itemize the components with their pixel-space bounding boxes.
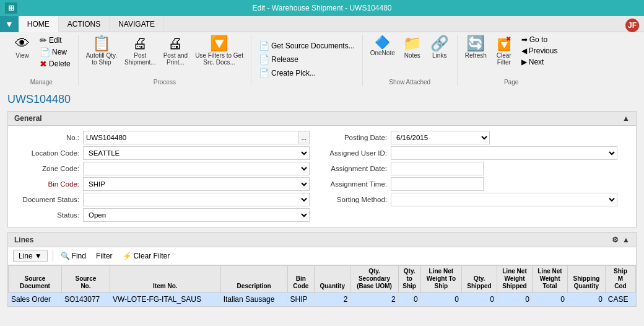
post-print-button[interactable]: 🖨 Post andPrint... [161, 35, 190, 67]
no-row: No.: ... [14, 131, 310, 144]
view-button[interactable]: 👁 View [10, 35, 35, 60]
tab-actions[interactable]: ACTIONS [59, 16, 110, 32]
goto-icon: ➡ [521, 35, 528, 44]
autofill-button[interactable]: 📋 Autofill Qty.to Ship [84, 35, 120, 67]
col-qty-shipped: Qty.Shipped [462, 266, 497, 293]
col-description: Description [220, 266, 287, 293]
general-collapse-icon[interactable]: ▲ [622, 114, 630, 123]
zone-code-row: Zone Code: [14, 162, 310, 175]
find-button[interactable]: 🔍 Find [58, 250, 89, 262]
post-shipment-button[interactable]: 🖨 PostShipment... [122, 35, 159, 67]
ribbon-group-sourcedocs: 📄 Get Source Documents... 📄 Release 📄 Cr… [251, 35, 363, 86]
autofill-icon: 📋 [92, 36, 111, 51]
status-select[interactable]: Open [83, 208, 310, 222]
ribbon-group-page: 🔄 Refresh 🔽✖ ClearFilter ➡ Go to ◀ [458, 35, 565, 86]
onenote-icon: 🔷 [375, 36, 390, 48]
app-logo: ⊞ [5, 2, 17, 14]
cell-qty-secondary: 2 [350, 293, 398, 306]
lines-settings-icon[interactable]: ⚙ [612, 236, 619, 244]
notes-icon: 📁 [403, 36, 422, 51]
ribbon-body: 👁 View ✏ Edit 📄 New ✖ Delete [0, 32, 644, 88]
goto-button[interactable]: ➡ Go to [519, 35, 560, 45]
bin-code-select[interactable]: SHIP [83, 177, 310, 191]
col-ship-m-cod: ShipMCod [605, 266, 635, 293]
general-left-col: No.: ... Location Code: SEATTLE [14, 131, 322, 222]
posting-date-select[interactable]: 6/16/2015 [391, 131, 490, 144]
showattached-label: Show Attached [389, 77, 430, 86]
previous-icon: ◀ [521, 46, 527, 55]
general-form: No.: ... Location Code: SEATTLE [14, 131, 630, 222]
nav-buttons: ➡ Go to ◀ Previous ▶ Next [519, 35, 560, 67]
next-button[interactable]: ▶ Next [519, 57, 560, 67]
edit-button[interactable]: ✏ Edit [37, 35, 73, 46]
filter-button[interactable]: Filter [94, 250, 115, 262]
cell-line-net-weight-total: 0 [532, 293, 567, 306]
assignment-date-input[interactable] [391, 162, 484, 175]
no-lookup-button[interactable]: ... [298, 131, 310, 144]
zone-code-label: Zone Code: [14, 165, 79, 172]
zone-code-select[interactable] [83, 162, 310, 175]
filter-icon: 🔽 [210, 36, 228, 51]
get-source-icon: 📄 [259, 41, 269, 51]
general-title: General [14, 114, 42, 123]
table-row[interactable]: Sales Order SO143077 VW-LOTE-FG-ITAL_SAU… [9, 293, 636, 306]
sorting-method-select[interactable] [391, 193, 617, 206]
sorting-method-label: Sorting Method: [322, 196, 387, 203]
col-line-net-weight-to-ship: Line NetWeight ToShip [420, 266, 461, 293]
notes-button[interactable]: 📁 Notes [400, 35, 425, 60]
refresh-button[interactable]: 🔄 Refresh [463, 35, 489, 60]
general-section: General ▲ No.: ... [7, 111, 637, 227]
clear-filter-button[interactable]: 🔽✖ ClearFilter [492, 35, 516, 67]
ribbon-tabs: ▼ HOME ACTIONS NAVIGATE JF [0, 16, 644, 32]
cell-shipping-quantity: 0 [567, 293, 605, 306]
clear-filter-lines-button[interactable]: ⚡ Clear Filter [120, 250, 173, 262]
col-source-no: SourceNo. [61, 266, 110, 293]
tab-navigate[interactable]: NAVIGATE [110, 16, 164, 32]
col-line-net-weight-total: Line NetWeightTotal [532, 266, 567, 293]
doc-status-label: Document Status: [14, 196, 79, 203]
new-button[interactable]: 📄 New [37, 46, 73, 58]
tab-home[interactable]: HOME [19, 16, 59, 32]
title-text: Edit - Warehouse Shipment - UWS104480 [253, 4, 392, 12]
assignment-date-label: Assignment Date: [322, 165, 387, 172]
ribbon-group-manage: 👁 View ✏ Edit 📄 New ✖ Delete [5, 35, 79, 86]
create-pick-button[interactable]: 📄 Create Pick... [256, 68, 318, 79]
use-filters-button[interactable]: 🔽 Use Filters to GetSrc. Docs... [193, 35, 246, 67]
lines-header: Lines ⚙ ▲ [8, 233, 636, 247]
process-label: Process [154, 77, 176, 86]
delete-button[interactable]: ✖ Delete [37, 58, 73, 69]
release-icon: 📄 [259, 55, 269, 64]
cell-item-no: VW-LOTE-FG-ITAL_SAUS [110, 293, 220, 306]
assignment-time-row: Assignment Time: [322, 177, 617, 191]
location-code-select[interactable]: SEATTLE [83, 146, 310, 160]
clear-filter-icon: 🔽✖ [497, 36, 511, 51]
general-header: General ▲ [8, 112, 636, 126]
cell-description: Italian Sausage [220, 293, 287, 306]
cell-bin-code: SHIP [287, 293, 315, 306]
assigned-user-select[interactable] [391, 146, 617, 160]
links-button[interactable]: 🔗 Links [427, 35, 452, 60]
col-line-net-weight-shipped: Line NetWeightShipped [497, 266, 533, 293]
refresh-icon: 🔄 [466, 36, 485, 51]
release-button[interactable]: 📄 Release [256, 54, 301, 65]
onenote-button[interactable]: 🔷 OneNote [368, 35, 398, 58]
doc-status-select[interactable] [83, 193, 310, 206]
ribbon-group-showattached: 🔷 OneNote 📁 Notes 🔗 Links Show Attached [363, 35, 458, 86]
ribbon-group-process: 📋 Autofill Qty.to Ship 🖨 PostShipment...… [79, 35, 251, 86]
posting-date-label: Posting Date: [322, 134, 387, 141]
previous-button[interactable]: ◀ Previous [519, 46, 560, 56]
line-dropdown-button[interactable]: Line ▼ [13, 250, 48, 262]
col-source-document: SourceDocument [9, 266, 62, 293]
location-code-label: Location Code: [14, 149, 79, 157]
get-source-docs-button[interactable]: 📄 Get Source Documents... [256, 40, 357, 51]
lines-header-right: ⚙ ▲ [612, 236, 630, 244]
ribbon-dropdown[interactable]: ▼ [0, 16, 19, 32]
lines-collapse-icon[interactable]: ▲ [622, 236, 630, 244]
process-buttons: 📋 Autofill Qty.to Ship 🖨 PostShipment...… [84, 35, 246, 77]
no-input[interactable] [83, 131, 298, 144]
cell-quantity: 2 [315, 293, 350, 306]
showattached-buttons: 🔷 OneNote 📁 Notes 🔗 Links [368, 35, 452, 77]
manage-buttons: 👁 View ✏ Edit 📄 New ✖ Delete [10, 35, 73, 77]
post-shipment-icon: 🖨 [133, 36, 147, 51]
assignment-time-input[interactable] [391, 177, 484, 191]
